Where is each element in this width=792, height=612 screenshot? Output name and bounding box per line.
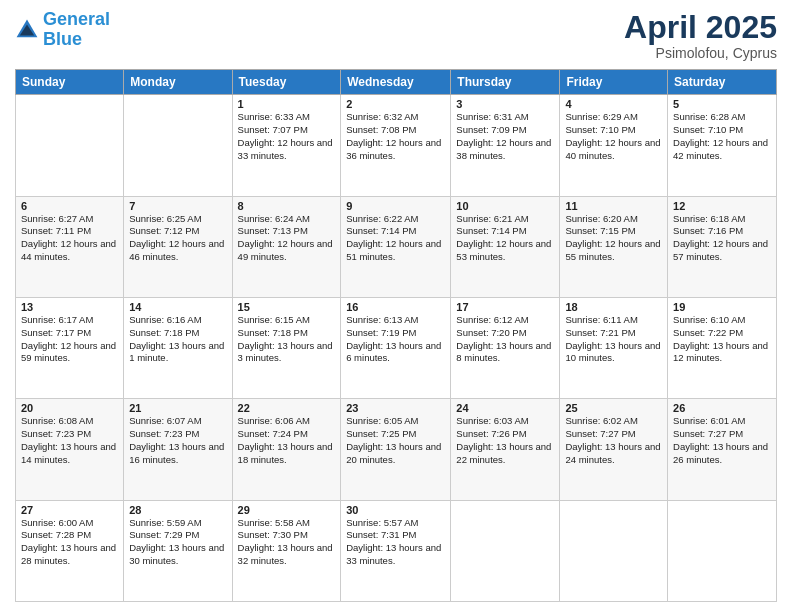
day-number: 28 bbox=[129, 504, 226, 516]
sunrise-text: Sunrise: 6:16 AM bbox=[129, 314, 226, 327]
daylight-text: Daylight: 12 hours and 55 minutes. bbox=[565, 238, 662, 264]
daylight-text: Daylight: 13 hours and 24 minutes. bbox=[565, 441, 662, 467]
sunset-text: Sunset: 7:27 PM bbox=[673, 428, 771, 441]
day-number: 13 bbox=[21, 301, 118, 313]
day-number: 20 bbox=[21, 402, 118, 414]
sunrise-text: Sunrise: 6:25 AM bbox=[129, 213, 226, 226]
daylight-text: Daylight: 13 hours and 14 minutes. bbox=[21, 441, 118, 467]
sunrise-text: Sunrise: 6:21 AM bbox=[456, 213, 554, 226]
daylight-text: Daylight: 12 hours and 33 minutes. bbox=[238, 137, 336, 163]
sunset-text: Sunset: 7:31 PM bbox=[346, 529, 445, 542]
day-number: 1 bbox=[238, 98, 336, 110]
daylight-text: Daylight: 13 hours and 1 minute. bbox=[129, 340, 226, 366]
table-cell: 22 Sunrise: 6:06 AM Sunset: 7:24 PM Dayl… bbox=[232, 399, 341, 500]
sunset-text: Sunset: 7:19 PM bbox=[346, 327, 445, 340]
cell-content: Sunrise: 6:11 AM Sunset: 7:21 PM Dayligh… bbox=[565, 314, 662, 365]
daylight-text: Daylight: 13 hours and 8 minutes. bbox=[456, 340, 554, 366]
daylight-text: Daylight: 12 hours and 46 minutes. bbox=[129, 238, 226, 264]
day-number: 2 bbox=[346, 98, 445, 110]
cell-content: Sunrise: 6:21 AM Sunset: 7:14 PM Dayligh… bbox=[456, 213, 554, 264]
page: General Blue April 2025 Psimolofou, Cypr… bbox=[0, 0, 792, 612]
sunrise-text: Sunrise: 6:03 AM bbox=[456, 415, 554, 428]
table-cell: 4 Sunrise: 6:29 AM Sunset: 7:10 PM Dayli… bbox=[560, 95, 668, 196]
sunset-text: Sunset: 7:16 PM bbox=[673, 225, 771, 238]
sunrise-text: Sunrise: 6:22 AM bbox=[346, 213, 445, 226]
daylight-text: Daylight: 13 hours and 3 minutes. bbox=[238, 340, 336, 366]
table-cell: 24 Sunrise: 6:03 AM Sunset: 7:26 PM Dayl… bbox=[451, 399, 560, 500]
cell-content: Sunrise: 6:03 AM Sunset: 7:26 PM Dayligh… bbox=[456, 415, 554, 466]
day-number: 21 bbox=[129, 402, 226, 414]
sunset-text: Sunset: 7:29 PM bbox=[129, 529, 226, 542]
logo-text: General Blue bbox=[43, 10, 110, 50]
day-number: 12 bbox=[673, 200, 771, 212]
cell-content: Sunrise: 6:13 AM Sunset: 7:19 PM Dayligh… bbox=[346, 314, 445, 365]
day-number: 24 bbox=[456, 402, 554, 414]
cell-content: Sunrise: 6:05 AM Sunset: 7:25 PM Dayligh… bbox=[346, 415, 445, 466]
day-number: 4 bbox=[565, 98, 662, 110]
day-number: 7 bbox=[129, 200, 226, 212]
sunset-text: Sunset: 7:14 PM bbox=[456, 225, 554, 238]
cell-content: Sunrise: 6:29 AM Sunset: 7:10 PM Dayligh… bbox=[565, 111, 662, 162]
sunrise-text: Sunrise: 6:17 AM bbox=[21, 314, 118, 327]
week-row-2: 6 Sunrise: 6:27 AM Sunset: 7:11 PM Dayli… bbox=[16, 196, 777, 297]
sunrise-text: Sunrise: 6:00 AM bbox=[21, 517, 118, 530]
cell-content: Sunrise: 6:16 AM Sunset: 7:18 PM Dayligh… bbox=[129, 314, 226, 365]
table-cell: 3 Sunrise: 6:31 AM Sunset: 7:09 PM Dayli… bbox=[451, 95, 560, 196]
table-cell: 29 Sunrise: 5:58 AM Sunset: 7:30 PM Dayl… bbox=[232, 500, 341, 601]
table-cell: 15 Sunrise: 6:15 AM Sunset: 7:18 PM Dayl… bbox=[232, 297, 341, 398]
header: General Blue April 2025 Psimolofou, Cypr… bbox=[15, 10, 777, 61]
table-cell: 14 Sunrise: 6:16 AM Sunset: 7:18 PM Dayl… bbox=[124, 297, 232, 398]
sunset-text: Sunset: 7:14 PM bbox=[346, 225, 445, 238]
header-thursday: Thursday bbox=[451, 70, 560, 95]
cell-content: Sunrise: 6:28 AM Sunset: 7:10 PM Dayligh… bbox=[673, 111, 771, 162]
table-cell: 28 Sunrise: 5:59 AM Sunset: 7:29 PM Dayl… bbox=[124, 500, 232, 601]
header-saturday: Saturday bbox=[668, 70, 777, 95]
day-number: 30 bbox=[346, 504, 445, 516]
table-cell: 2 Sunrise: 6:32 AM Sunset: 7:08 PM Dayli… bbox=[341, 95, 451, 196]
sunrise-text: Sunrise: 6:15 AM bbox=[238, 314, 336, 327]
daylight-text: Daylight: 13 hours and 26 minutes. bbox=[673, 441, 771, 467]
sunrise-text: Sunrise: 6:08 AM bbox=[21, 415, 118, 428]
sunset-text: Sunset: 7:18 PM bbox=[129, 327, 226, 340]
day-number: 29 bbox=[238, 504, 336, 516]
sunset-text: Sunset: 7:24 PM bbox=[238, 428, 336, 441]
table-cell: 26 Sunrise: 6:01 AM Sunset: 7:27 PM Dayl… bbox=[668, 399, 777, 500]
daylight-text: Daylight: 12 hours and 59 minutes. bbox=[21, 340, 118, 366]
title-block: April 2025 Psimolofou, Cyprus bbox=[624, 10, 777, 61]
table-cell bbox=[560, 500, 668, 601]
cell-content: Sunrise: 6:00 AM Sunset: 7:28 PM Dayligh… bbox=[21, 517, 118, 568]
table-cell: 21 Sunrise: 6:07 AM Sunset: 7:23 PM Dayl… bbox=[124, 399, 232, 500]
sunrise-text: Sunrise: 6:13 AM bbox=[346, 314, 445, 327]
sunset-text: Sunset: 7:27 PM bbox=[565, 428, 662, 441]
cell-content: Sunrise: 6:15 AM Sunset: 7:18 PM Dayligh… bbox=[238, 314, 336, 365]
sunrise-text: Sunrise: 6:31 AM bbox=[456, 111, 554, 124]
cell-content: Sunrise: 6:08 AM Sunset: 7:23 PM Dayligh… bbox=[21, 415, 118, 466]
daylight-text: Daylight: 13 hours and 33 minutes. bbox=[346, 542, 445, 568]
sunrise-text: Sunrise: 5:57 AM bbox=[346, 517, 445, 530]
cell-content: Sunrise: 6:27 AM Sunset: 7:11 PM Dayligh… bbox=[21, 213, 118, 264]
daylight-text: Daylight: 13 hours and 6 minutes. bbox=[346, 340, 445, 366]
sunrise-text: Sunrise: 5:58 AM bbox=[238, 517, 336, 530]
calendar: Sunday Monday Tuesday Wednesday Thursday… bbox=[15, 69, 777, 602]
week-row-1: 1 Sunrise: 6:33 AM Sunset: 7:07 PM Dayli… bbox=[16, 95, 777, 196]
cell-content: Sunrise: 6:31 AM Sunset: 7:09 PM Dayligh… bbox=[456, 111, 554, 162]
day-number: 14 bbox=[129, 301, 226, 313]
sunset-text: Sunset: 7:07 PM bbox=[238, 124, 336, 137]
header-sunday: Sunday bbox=[16, 70, 124, 95]
sunrise-text: Sunrise: 6:10 AM bbox=[673, 314, 771, 327]
daylight-text: Daylight: 13 hours and 30 minutes. bbox=[129, 542, 226, 568]
daylight-text: Daylight: 13 hours and 20 minutes. bbox=[346, 441, 445, 467]
table-cell bbox=[16, 95, 124, 196]
daylight-text: Daylight: 13 hours and 10 minutes. bbox=[565, 340, 662, 366]
table-cell: 17 Sunrise: 6:12 AM Sunset: 7:20 PM Dayl… bbox=[451, 297, 560, 398]
sunrise-text: Sunrise: 6:27 AM bbox=[21, 213, 118, 226]
day-number: 11 bbox=[565, 200, 662, 212]
cell-content: Sunrise: 6:07 AM Sunset: 7:23 PM Dayligh… bbox=[129, 415, 226, 466]
table-cell bbox=[124, 95, 232, 196]
sunset-text: Sunset: 7:10 PM bbox=[565, 124, 662, 137]
logo-line2: Blue bbox=[43, 29, 82, 49]
sunrise-text: Sunrise: 6:28 AM bbox=[673, 111, 771, 124]
daylight-text: Daylight: 13 hours and 16 minutes. bbox=[129, 441, 226, 467]
sunset-text: Sunset: 7:15 PM bbox=[565, 225, 662, 238]
table-cell: 16 Sunrise: 6:13 AM Sunset: 7:19 PM Dayl… bbox=[341, 297, 451, 398]
